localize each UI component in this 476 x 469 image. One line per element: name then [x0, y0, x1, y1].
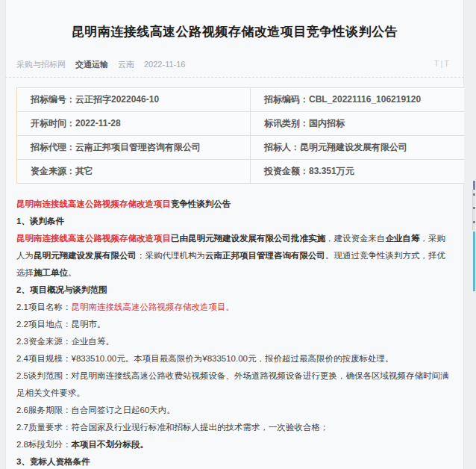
info-row: 招标编号：云正招字2022046-10招标编码：CBL_20221116_106…: [17, 88, 476, 112]
text-run: 2.3资金来源：企业自筹。: [16, 337, 114, 346]
floating-widget-fragment-header[interactable]: [473, 181, 475, 190]
text-run: 云南正邦项目管理咨询有限公司: [205, 251, 325, 260]
text-run: 本项目不划分标段。: [72, 440, 149, 449]
text-run: 施工单位: [34, 268, 68, 277]
floating-widget-icon-fragment[interactable]: [473, 207, 475, 209]
text-run: 昆明南连接线高速公路视频存储改造项目: [16, 234, 171, 243]
info-cell: 招标编码：CBL_20221116_106219120: [251, 88, 476, 112]
item-2-4: 2.4项目规模：¥833510.00元。本项目最高限价为¥833510.00元，…: [16, 350, 451, 367]
info-cell: 投资金额：83.351万元: [251, 160, 476, 184]
item-2-1: 2.1项目名称：昆明南连接线高速公路视频存储改造项目。: [16, 299, 451, 316]
dashed-divider: [5, 77, 464, 78]
floating-widget-icon-fragment[interactable]: [473, 221, 475, 223]
item-2-2: 2.2项目地点：昆明市。: [16, 316, 451, 333]
text-run: 2.1项目名称：: [16, 302, 72, 311]
info-cell: 招标代理：云南正邦项目管理咨询有限公司: [17, 136, 251, 160]
info-label: 招标编码：: [264, 94, 309, 105]
tender-info-table-body: 招标编号：云正招字2022046-10招标编码：CBL_20221116_106…: [17, 88, 476, 184]
info-cell: 招标人：昆明元翔建设发展有限公司: [251, 136, 476, 160]
announcement-body: 昆明南连接线高速公路视频存储改造项目竞争性谈判公告1、谈判条件昆明南连接线高速公…: [16, 196, 451, 469]
text-run: 3、竞标人资格条件: [16, 457, 90, 466]
page-right-gutter: [464, 0, 476, 469]
info-label: 开标时间：: [31, 118, 75, 128]
section-2-heading: 2、项目概况与谈判范围: [16, 282, 451, 299]
text-run: 昆明南连接线高速公路视频存储改造项目。: [72, 302, 235, 311]
breadcrumb-category-link[interactable]: 交通运输: [75, 60, 108, 69]
info-label: 招标人：: [264, 142, 300, 152]
floating-widget-icon-fragment[interactable]: [473, 193, 475, 196]
info-value: 云南正邦项目管理咨询有限公司: [75, 142, 201, 152]
page-title: 昆明南连接线高速公路视频存储改造项目竞争性谈判公告: [16, 24, 454, 40]
item-2-6: 2.6服务期限：自合同签订之日起60天内。: [16, 402, 451, 419]
text-run: 昆明南连接线高速公路视频存储改造项目: [16, 199, 171, 208]
info-value: 83.351万元: [309, 166, 354, 176]
info-cell: 资金来源：其它: [17, 160, 251, 184]
info-value: CBL_20221116_106219120: [309, 94, 421, 105]
tender-info-table: 招标编号：云正招字2022046-10招标编码：CBL_20221116_106…: [16, 87, 476, 184]
info-value: 国内招标: [309, 118, 345, 128]
info-row: 资金来源：其它投资金额：83.351万元: [17, 160, 476, 184]
text-run: 1、谈判条件: [16, 217, 64, 226]
info-cell: 标讯类别：国内招标: [251, 112, 476, 136]
text-run: 2.6服务期限：自合同签订之日起60天内。: [16, 406, 175, 414]
info-value: 昆明元翔建设发展有限公司: [300, 142, 407, 152]
info-cell: 招标编号：云正招字2022046-10: [17, 88, 251, 112]
info-label: 招标代理：: [31, 142, 75, 152]
breadcrumb-site-link[interactable]: 采购与招标网: [16, 60, 66, 69]
info-label: 资金来源：: [31, 166, 75, 176]
info-row: 招标代理：云南正邦项目管理咨询有限公司招标人：昆明元翔建设发展有限公司: [17, 136, 476, 160]
text-run: 2.5谈判范围：对昆明南连接线高速公路收费站视频设备、外场道路视频设备进行更换，…: [16, 371, 449, 397]
floating-widget-fragment-teal[interactable]: [473, 232, 475, 291]
text-run: 2.4项目规模：¥833510.00元。本项目最高限价为¥833510.00元，…: [16, 354, 394, 363]
breadcrumb-region-link[interactable]: 云南: [118, 60, 134, 69]
text-run: 竞争性谈判公告: [171, 199, 231, 208]
item-2-8: 2.8标段划分：本项目不划分标段。: [16, 436, 451, 453]
item-2-3: 2.3资金来源：企业自筹。: [16, 333, 451, 350]
publish-date: 2022-11-16: [144, 60, 185, 69]
section-1-heading: 1、谈判条件: [16, 213, 451, 230]
section-3-heading: 3、竞标人资格条件: [16, 453, 451, 469]
breadcrumb: 采购与招标网交通运输云南2022-11-16 T|T: [16, 59, 453, 69]
text-run: 已由昆明元翔建设发展有限公司批准实施: [171, 234, 325, 243]
info-row: 开标时间：2022-11-28标讯类别：国内招标: [17, 112, 476, 136]
section-1-paragraph: 昆明南连接线高速公路视频存储改造项目已由昆明元翔建设发展有限公司批准实施，建设资…: [16, 230, 451, 282]
item-2-5: 2.5谈判范围：对昆明南连接线高速公路收费站视频设备、外场道路视频设备进行更换，…: [16, 367, 451, 402]
text-run: 2.2项目地点：昆明市。: [16, 320, 106, 329]
announcement-page: 昆明南连接线高速公路视频存储改造项目竞争性谈判公告 采购与招标网交通运输云南20…: [5, 0, 464, 469]
info-label: 招标编号：: [31, 94, 75, 105]
text-run: 2、项目概况与谈判范围: [16, 285, 107, 294]
info-label: 投资金额：: [264, 166, 309, 176]
font-smaller-button[interactable]: T: [444, 59, 451, 68]
info-value: 2022-11-28: [75, 118, 121, 128]
announcement-subtitle: 昆明南连接线高速公路视频存储改造项目竞争性谈判公告: [16, 196, 451, 213]
font-size-controls: T|T: [434, 59, 451, 68]
info-cell: 开标时间：2022-11-28: [17, 112, 251, 136]
text-run: ，建设资金来自: [325, 234, 386, 243]
info-value: 其它: [75, 166, 93, 176]
text-run: 2.7质量要求：符合国家及行业现行标准和招标人提出的技术需求，一次验收合格；: [16, 423, 329, 432]
text-run: 。: [68, 268, 77, 277]
info-label: 标讯类别：: [264, 118, 309, 128]
text-run: 企业自筹: [386, 234, 420, 243]
item-2-7: 2.7质量要求：符合国家及行业现行标准和招标人提出的技术需求，一次验收合格；: [16, 419, 451, 436]
text-run: 昆明元翔建设发展有限公司: [34, 251, 137, 260]
text-run: 2.8标段划分：: [16, 440, 72, 449]
info-value: 云正招字2022046-10: [75, 94, 159, 105]
text-run: ；采购代理机构为: [137, 251, 205, 260]
floating-widget-fragment-panel[interactable]: [472, 190, 475, 230]
